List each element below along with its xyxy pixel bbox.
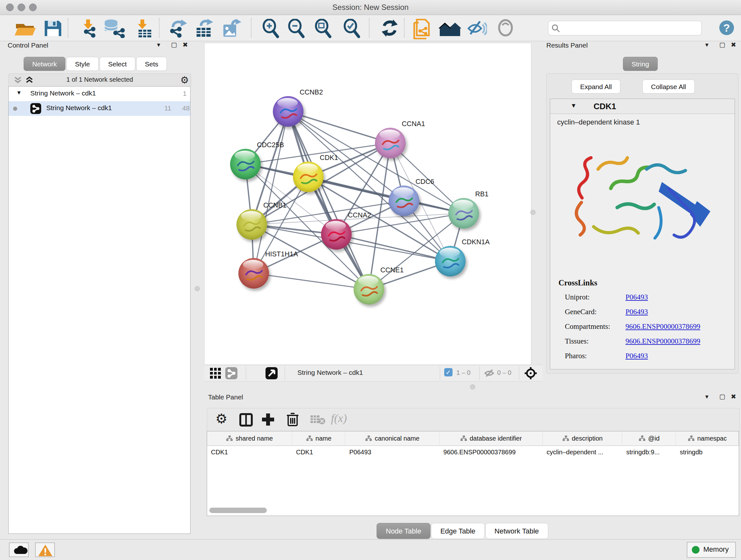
show-panel-eye-icon[interactable] <box>496 19 516 37</box>
table-options-gear-icon[interactable]: ⚙ <box>215 411 227 427</box>
table-cell[interactable]: 9606.ENSP00000378699 <box>440 446 543 459</box>
crosslink-link[interactable]: P06493 <box>625 293 648 301</box>
results-panel-float-icon[interactable]: ▢ <box>719 41 725 49</box>
table-panel-menu-icon[interactable]: ▾ <box>705 393 709 400</box>
add-column-icon[interactable] <box>261 412 275 427</box>
zoom-fit-icon[interactable] <box>313 19 333 39</box>
network-node-CDK1[interactable] <box>293 162 324 192</box>
tab-sets[interactable]: Sets <box>136 57 167 71</box>
network-node-CDC6[interactable] <box>389 186 419 216</box>
table-cell[interactable]: stringdb:9... <box>622 446 676 459</box>
table-cell[interactable]: P06493 <box>345 446 440 459</box>
import-network-from-database-icon[interactable] <box>103 19 126 38</box>
table-horizontal-scrollbar[interactable] <box>209 508 267 513</box>
network-node-HIST1H1A[interactable] <box>239 258 269 289</box>
column-header-description[interactable]: description <box>543 431 623 445</box>
table-panel-float-icon[interactable]: ▢ <box>719 393 725 400</box>
horizontal-splitter-handle[interactable] <box>470 384 475 389</box>
network-share-icon[interactable] <box>225 367 238 379</box>
crosslink-link[interactable]: P06493 <box>625 308 648 316</box>
control-panel-float-icon[interactable]: ▢ <box>171 41 177 49</box>
grid-view-icon[interactable] <box>210 368 221 379</box>
column-header-name[interactable]: name <box>292 431 346 445</box>
save-session-icon[interactable] <box>44 19 63 37</box>
network-node-RB1[interactable] <box>448 198 479 229</box>
network-node-CCNA1[interactable] <box>375 128 406 159</box>
right-splitter-handle[interactable] <box>530 210 536 215</box>
network-node-CCNA2[interactable] <box>321 219 352 250</box>
control-panel-close-icon[interactable]: ✖ <box>183 41 188 49</box>
column-header--id[interactable]: @id <box>622 431 676 445</box>
column-header-canonical-name[interactable]: canonical name <box>345 431 440 445</box>
delete-table-icon[interactable] <box>310 414 326 425</box>
tab-edge-table[interactable]: Edge Table <box>431 523 485 539</box>
expand-all-button[interactable]: Expand All <box>571 79 620 94</box>
table-tabs: Node TableEdge TableNetwork Table <box>377 523 548 539</box>
export-table-icon[interactable] <box>194 19 214 38</box>
string-import-icon[interactable] <box>412 19 432 39</box>
tab-node-table[interactable]: Node Table <box>377 523 430 539</box>
network-canvas[interactable]: CCNB2CCNA1CDC25BCDK1CDC6RB1CCNB1CCNA2CDK… <box>204 43 531 365</box>
warning-button[interactable] <box>35 543 55 557</box>
table-cell[interactable]: cyclin–dependent ... <box>543 446 623 459</box>
home-icon[interactable] <box>438 19 462 38</box>
cloud-button[interactable] <box>9 543 29 557</box>
table-cell[interactable]: stringdb <box>676 446 739 459</box>
tab-style[interactable]: Style <box>66 57 98 71</box>
import-network-icon[interactable] <box>79 19 100 38</box>
tab-network-table[interactable]: Network Table <box>485 523 548 539</box>
column-header-namespac[interactable]: namespac <box>676 431 739 445</box>
hide-panel-eye-icon[interactable] <box>467 19 487 37</box>
zoom-selected-icon[interactable] <box>342 19 362 39</box>
network-node-CCNE1[interactable] <box>354 274 384 305</box>
network-tree-row[interactable]: ▼String Network – cdk11 <box>9 86 190 101</box>
column-header-label: description <box>572 435 603 442</box>
column-header-shared-name[interactable]: shared name <box>207 431 292 445</box>
crosshair-icon[interactable] <box>524 367 537 380</box>
network-node-CDC25B[interactable] <box>230 149 261 179</box>
crosslink-link[interactable]: 9606.ENSP00000378699 <box>625 337 700 346</box>
crosslink-link[interactable]: P06493 <box>625 352 648 360</box>
show-columns-icon[interactable] <box>239 413 253 427</box>
column-header-database-identifier[interactable]: database identifier <box>440 431 543 445</box>
left-splitter-handle[interactable] <box>195 286 200 291</box>
search-input[interactable] <box>548 21 702 36</box>
collapse-gene-icon[interactable]: ▼ <box>570 102 577 109</box>
crosslink-link[interactable]: 9606.ENSP00000378699 <box>625 322 700 331</box>
network-node-CCNB1[interactable] <box>237 209 267 240</box>
refresh-icon[interactable] <box>381 19 399 38</box>
table-panel-close-icon[interactable]: ✖ <box>731 393 736 400</box>
selected-checkbox-icon[interactable]: ✓ <box>444 368 453 376</box>
hidden-eye-slash-icon[interactable] <box>484 369 495 378</box>
network-edge[interactable] <box>254 273 369 289</box>
tree-collapse-icon[interactable]: ▼ <box>16 90 22 96</box>
import-table-icon[interactable] <box>134 19 153 38</box>
results-panel-menu-icon[interactable]: ▾ <box>705 41 709 49</box>
zoom-in-icon[interactable] <box>261 19 281 39</box>
table-cell[interactable]: CDK1 <box>207 446 292 459</box>
network-edge[interactable] <box>254 111 288 273</box>
network-tree-row[interactable]: String Network – cdk11148 <box>9 101 190 116</box>
tab-network[interactable]: Network <box>23 57 65 71</box>
network-node-CCNB2[interactable] <box>273 96 304 127</box>
network-node-CDKN1A[interactable] <box>435 246 466 276</box>
zoom-out-icon[interactable] <box>286 19 307 39</box>
collapse-all-button[interactable]: Collapse All <box>643 79 695 94</box>
table-cell[interactable]: CDK1 <box>292 446 346 459</box>
control-panel-menu-icon[interactable]: ▾ <box>157 41 160 49</box>
export-image-icon[interactable] <box>221 19 242 38</box>
memory-button[interactable]: Memory <box>687 542 736 558</box>
birdseye-icon[interactable] <box>266 367 278 379</box>
network-options-gear-icon[interactable]: ⚙ <box>180 74 189 85</box>
gene-card-header[interactable]: ▼ CDK1 <box>550 99 735 114</box>
function-builder-icon[interactable]: f(x) <box>331 412 347 425</box>
export-network-icon[interactable] <box>167 19 188 38</box>
table-row[interactable]: CDK1CDK1P064939606.ENSP00000378699cyclin… <box>207 446 739 459</box>
tab-string[interactable]: String <box>623 57 658 71</box>
tab-select[interactable]: Select <box>99 57 135 71</box>
help-button[interactable]: ? <box>719 20 734 35</box>
results-panel-close-icon[interactable]: ✖ <box>731 41 736 49</box>
open-session-icon[interactable] <box>14 19 37 37</box>
node-table[interactable]: shared namenamecanonical namedatabase id… <box>207 431 739 516</box>
delete-column-icon[interactable] <box>286 412 299 427</box>
